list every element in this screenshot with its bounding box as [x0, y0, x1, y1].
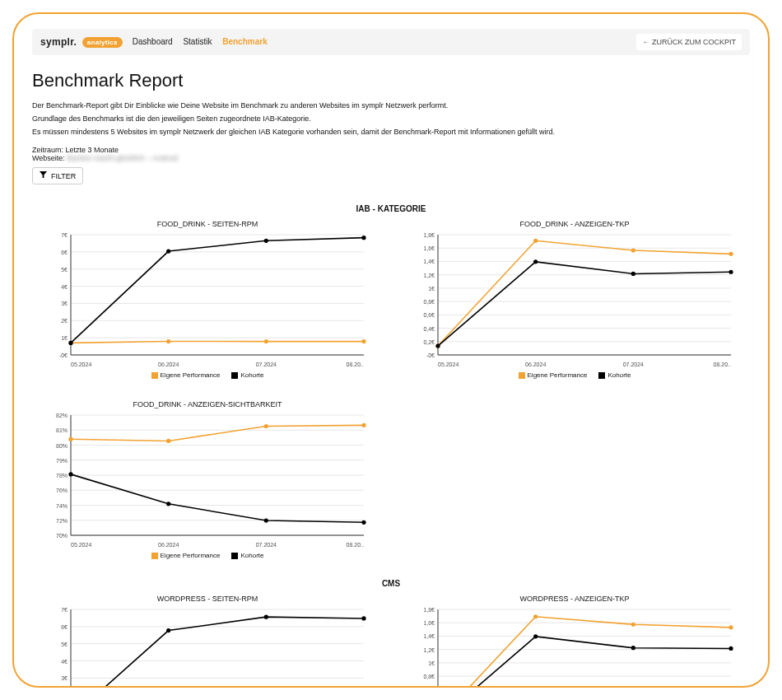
- chart-iab-tkp: -0€0,2€0,4€0,6€0,8€1€1,2€1,4€1,6€1,8€05.…: [399, 230, 750, 370]
- logo: symplr. analytics: [40, 36, 123, 48]
- svg-text:0,2€: 0,2€: [423, 339, 435, 345]
- legend-cohort-label: Kohorte: [240, 371, 263, 379]
- svg-text:05.2024: 05.2024: [71, 542, 91, 548]
- legend-own-label: Eigene Performance: [161, 371, 221, 379]
- svg-text:3€: 3€: [61, 675, 67, 681]
- svg-point-29: [361, 236, 365, 240]
- chart-title: WORDPRESS - ANZEIGEN-TKP: [399, 595, 750, 603]
- svg-text:06.2024: 06.2024: [525, 362, 546, 367]
- svg-text:08.20..: 08.20..: [347, 362, 364, 367]
- svg-text:74%: 74%: [56, 503, 67, 509]
- svg-text:72%: 72%: [56, 518, 67, 524]
- svg-text:1,2€: 1,2€: [423, 647, 435, 653]
- svg-text:7€: 7€: [61, 232, 67, 238]
- brand-and-nav: symplr. analytics Dashboard Statistik Be…: [40, 36, 276, 48]
- filter-icon: [40, 171, 47, 180]
- app-window: symplr. analytics Dashboard Statistik Be…: [12, 12, 770, 688]
- svg-point-26: [68, 341, 72, 345]
- topbar: symplr. analytics Dashboard Statistik Be…: [32, 29, 750, 55]
- svg-text:6€: 6€: [61, 624, 67, 630]
- legend-own-label: Eigene Performance: [161, 552, 221, 559]
- svg-text:-0€: -0€: [426, 352, 435, 358]
- legend-swatch-cohort: [231, 553, 238, 559]
- legend-cohort-label: Kohorte: [240, 552, 263, 559]
- svg-point-157: [533, 634, 538, 638]
- svg-text:07.2024: 07.2024: [623, 362, 644, 367]
- nav-item-benchmark[interactable]: Benchmark: [222, 37, 267, 46]
- page-title: Benchmark Report: [32, 70, 750, 91]
- svg-text:78%: 78%: [56, 473, 67, 478]
- back-label: ZURÜCK ZUM COCKPIT: [652, 38, 736, 46]
- svg-text:0,8€: 0,8€: [423, 674, 435, 679]
- chart-cms-tkp: -0€0,2€0,4€0,6€0,8€1€1,2€1,4€1,6€1,8€05.…: [399, 604, 750, 688]
- svg-text:4€: 4€: [61, 659, 67, 665]
- svg-point-155: [728, 625, 733, 629]
- chart-title: WORDPRESS - SEITEN-RPM: [32, 595, 383, 603]
- svg-text:1,2€: 1,2€: [423, 273, 435, 278]
- nav-item-statistik[interactable]: Statistik: [183, 37, 212, 46]
- chart-title: FOOD_DRINK - SEITEN-RPM: [32, 220, 383, 228]
- legend-swatch-own: [519, 372, 525, 379]
- svg-text:70%: 70%: [56, 533, 67, 539]
- chart-iab-sicht-wrap: FOOD_DRINK - ANZEIGEN-SICHTBARKEIT 70%72…: [32, 395, 383, 559]
- svg-point-90: [264, 424, 268, 428]
- svg-point-124: [264, 615, 268, 619]
- svg-point-60: [435, 343, 440, 348]
- svg-point-123: [166, 628, 170, 632]
- svg-text:0,4€: 0,4€: [423, 326, 435, 332]
- chart-legend: Eigene Performance Kohorte: [32, 552, 383, 559]
- svg-text:0,8€: 0,8€: [423, 299, 435, 305]
- filter-button[interactable]: FILTER: [32, 167, 83, 184]
- svg-text:05.2024: 05.2024: [438, 362, 458, 367]
- chart-iab-sicht: 70%72%74%76%78%79%80%81%82%05.202406.202…: [32, 410, 383, 550]
- nav-links: Dashboard Statistik Benchmark: [133, 37, 276, 46]
- svg-point-95: [361, 520, 365, 525]
- svg-text:81%: 81%: [56, 427, 67, 433]
- svg-text:1,8€: 1,8€: [423, 607, 435, 613]
- legend-cohort-label: Kohorte: [607, 371, 631, 379]
- intro-p3: Es müssen mindestens 5 Websites im sympl…: [32, 128, 750, 136]
- chart-cms-rpm-wrap: WORDPRESS - SEITEN-RPM -0€1€2€3€4€5€6€7€…: [32, 590, 383, 688]
- svg-text:1,4€: 1,4€: [423, 259, 435, 264]
- meta-site-value: Backen macht glücklich – Android: [67, 154, 178, 162]
- chart-title: FOOD_DRINK - ANZEIGEN-SICHTBARKEIT: [32, 400, 383, 408]
- logo-sub: analytics: [82, 37, 123, 48]
- svg-text:79%: 79%: [56, 458, 67, 464]
- iab-chart-grid: FOOD_DRINK - SEITEN-RPM -0€1€2€3€4€5€6€7…: [32, 215, 750, 559]
- cms-chart-grid: WORDPRESS - SEITEN-RPM -0€1€2€3€4€5€6€7€…: [32, 590, 750, 688]
- chart-iab-tkp-wrap: FOOD_DRINK - ANZEIGEN-TKP -0€0,2€0,4€0,6…: [399, 215, 750, 379]
- chart-cms-tkp-wrap: WORDPRESS - ANZEIGEN-TKP -0€0,2€0,4€0,6€…: [399, 590, 750, 688]
- meta-timeframe: Zeitraum: Letzte 3 Monate: [32, 146, 750, 154]
- section-iab-title: IAB - KATEGORIE: [32, 204, 750, 213]
- svg-point-159: [728, 646, 733, 651]
- svg-point-63: [728, 270, 733, 274]
- svg-text:7€: 7€: [61, 607, 67, 613]
- svg-text:07.2024: 07.2024: [256, 542, 277, 548]
- section-cms-title: CMS: [32, 579, 750, 588]
- intro-p2: Grundlage des Benchmarks ist die den jew…: [32, 114, 750, 123]
- svg-point-61: [533, 259, 538, 264]
- chart-iab-rpm-wrap: FOOD_DRINK - SEITEN-RPM -0€1€2€3€4€5€6€7…: [32, 215, 383, 379]
- svg-text:1,6€: 1,6€: [423, 245, 435, 251]
- svg-text:6€: 6€: [61, 250, 67, 255]
- chart-legend: Eigene Performance Kohorte: [399, 371, 750, 379]
- back-to-cockpit-button[interactable]: ← ZURÜCK ZUM COCKPIT: [636, 34, 742, 50]
- svg-point-91: [361, 423, 365, 427]
- svg-point-125: [361, 616, 365, 620]
- svg-point-25: [361, 339, 365, 343]
- svg-text:82%: 82%: [56, 413, 67, 418]
- svg-text:06.2024: 06.2024: [158, 542, 179, 548]
- nav-item-dashboard[interactable]: Dashboard: [133, 37, 173, 46]
- svg-text:07.2024: 07.2024: [256, 362, 277, 367]
- svg-text:1€: 1€: [428, 286, 435, 292]
- svg-point-62: [631, 272, 635, 276]
- legend-swatch-own: [151, 553, 158, 559]
- filter-label: FILTER: [51, 172, 76, 180]
- svg-point-58: [631, 248, 635, 252]
- svg-point-27: [166, 249, 170, 253]
- svg-text:05.2024: 05.2024: [71, 362, 91, 367]
- svg-point-88: [68, 437, 72, 441]
- svg-text:1,6€: 1,6€: [423, 620, 435, 626]
- svg-text:5€: 5€: [61, 267, 67, 273]
- svg-text:1€: 1€: [428, 660, 435, 666]
